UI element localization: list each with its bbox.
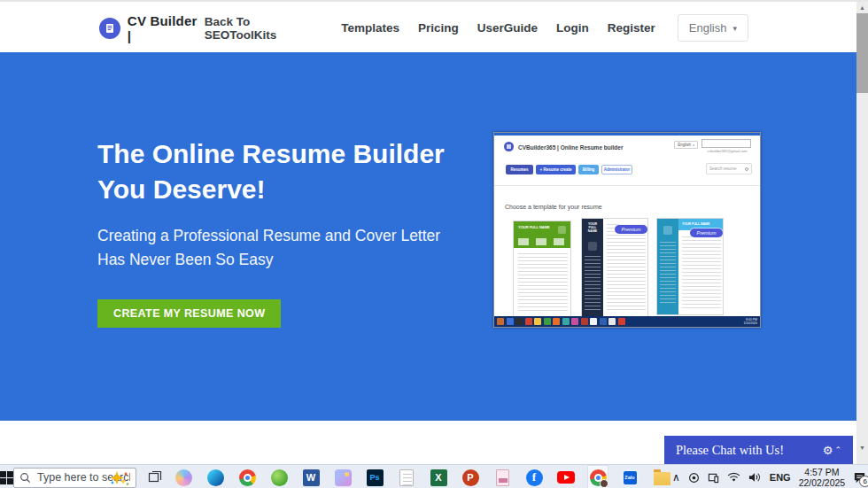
windows-logo-icon bbox=[0, 471, 13, 484]
template-body-lines bbox=[682, 236, 721, 309]
start-button[interactable] bbox=[0, 465, 13, 488]
screenshot-titlebar-strip bbox=[494, 133, 760, 136]
tray-date: 22/02/2025 bbox=[799, 477, 846, 488]
paint-3d-icon bbox=[335, 469, 352, 486]
nav-link-pricing[interactable]: Pricing bbox=[418, 21, 459, 35]
tray-time: 4:57 PM bbox=[804, 467, 839, 477]
chrome-icon bbox=[239, 469, 256, 486]
template-body-lines bbox=[607, 224, 646, 313]
page-scrollbar[interactable]: ▲ ▼ bbox=[856, 2, 868, 464]
template-header: YOUR FULL NAME bbox=[514, 221, 570, 248]
brand-name: CV Builder | bbox=[128, 13, 205, 43]
zalo-icon: Zalo bbox=[622, 469, 639, 486]
template-sidebar: YOUR FULL NAME bbox=[582, 219, 603, 316]
template-name: YOUR FULL NAME bbox=[682, 222, 723, 226]
screenshot-search-placeholder: Search resume bbox=[709, 167, 737, 171]
premium-badge: Premium bbox=[690, 229, 723, 237]
wifi-icon[interactable] bbox=[727, 472, 740, 483]
brand[interactable]: CV Builder | bbox=[99, 13, 205, 43]
template-sidebar-lines bbox=[660, 242, 676, 304]
template-name: YOUR FULL NAME bbox=[585, 222, 601, 233]
chevron-down-icon: ▾ bbox=[693, 143, 694, 147]
taskbar-app-green[interactable] bbox=[268, 465, 290, 488]
notification-center-button[interactable]: 6 bbox=[853, 471, 866, 484]
chevron-down-icon: ▾ bbox=[732, 24, 737, 33]
avatar bbox=[600, 479, 608, 488]
notification-count-badge: 6 bbox=[859, 476, 868, 487]
taskbar-app-photoshop[interactable]: Ps bbox=[364, 465, 385, 488]
premium-badge: Premium bbox=[615, 225, 647, 234]
screenshot-resumes-button: Resumes bbox=[506, 165, 533, 174]
taskbar-app-pdf[interactable] bbox=[492, 465, 513, 488]
taskbar-app-file-explorer[interactable] bbox=[651, 465, 672, 488]
taskbar-app-zalo[interactable]: Zalo bbox=[619, 465, 640, 488]
record-icon[interactable] bbox=[688, 472, 700, 484]
scroll-up-arrow[interactable]: ▲ bbox=[856, 2, 868, 13]
navbar: CV Builder | Back To SEOToolKits Templat… bbox=[0, 4, 856, 52]
taskbar-app-copilot[interactable] bbox=[173, 465, 194, 488]
powerpoint-icon: P bbox=[462, 469, 479, 486]
chat-controls[interactable]: ⚙ ⌃ bbox=[823, 444, 841, 457]
camera-icon bbox=[558, 226, 566, 234]
notepad-icon bbox=[399, 469, 414, 486]
taskbar-app-paint3d[interactable] bbox=[332, 465, 353, 488]
task-view-button[interactable] bbox=[148, 470, 162, 484]
taskbar-app-edge[interactable] bbox=[205, 465, 226, 488]
taskbar-clock[interactable]: 4:57 PM 22/02/2025 bbox=[799, 467, 846, 488]
windows-taskbar: W Ps X P f Zalo ∧ bbox=[0, 464, 868, 488]
taskbar-app-chrome-profile[interactable] bbox=[587, 465, 608, 488]
hero-title: The Online Resume Builder You Deserve! bbox=[97, 136, 445, 207]
hero-subtitle-line2: Has Never Been So Easy bbox=[97, 251, 273, 268]
template-sidebar bbox=[657, 219, 678, 314]
taskbar-search-box[interactable] bbox=[13, 468, 136, 488]
language-indicator[interactable]: ENG bbox=[770, 472, 791, 483]
app-screenshot-image: CVBuilder365 | Online Resume builder Eng… bbox=[493, 132, 761, 328]
hero-subtitle-line1: Creating a Professional Resume and Cover… bbox=[97, 227, 440, 244]
taskbar-app-excel[interactable]: X bbox=[428, 465, 449, 488]
screenshot-app-logo-icon bbox=[504, 142, 514, 151]
taskbar-apps: W Ps X P f Zalo bbox=[173, 465, 672, 488]
your-phone-icon[interactable] bbox=[708, 472, 719, 484]
chrome-profile-icon bbox=[590, 469, 607, 486]
volume-icon[interactable] bbox=[748, 472, 762, 483]
create-my-resume-now-button[interactable]: CREATE MY RESUME NOW bbox=[97, 299, 281, 328]
nav-link-userguide[interactable]: UserGuide bbox=[477, 21, 538, 35]
template-name: YOUR FULL NAME bbox=[518, 225, 550, 229]
hidden-icons-chevron[interactable]: ∧ bbox=[672, 471, 680, 484]
nav-link-templates[interactable]: Templates bbox=[341, 21, 399, 35]
screenshot-email-text: cvbuilder365@gmail.com bbox=[701, 149, 753, 153]
screenshot-email-input bbox=[701, 139, 751, 148]
screenshot-administrator-button: Administrator bbox=[601, 165, 632, 174]
screenshot-language-label: English bbox=[678, 143, 691, 147]
copilot-icon bbox=[175, 469, 192, 486]
taskbar-app-facebook[interactable]: f bbox=[523, 465, 545, 488]
screenshot-app-title: CVBuilder365 | Online Resume builder bbox=[518, 144, 624, 151]
camera-icon bbox=[663, 226, 672, 235]
chevron-up-icon: ⌃ bbox=[834, 445, 841, 454]
word-icon: W bbox=[303, 469, 320, 486]
taskbar-app-chrome[interactable] bbox=[236, 465, 258, 488]
screenshot-mini-taskbar: 8:00 PM 1/10/2020 bbox=[494, 316, 760, 327]
pdf-icon bbox=[496, 469, 509, 486]
copilot-sparkles-icon bbox=[109, 471, 130, 486]
template-body-lines bbox=[518, 253, 568, 314]
scrollbar-thumb[interactable] bbox=[856, 13, 868, 93]
screenshot-language-select: English ▾ bbox=[674, 141, 698, 149]
edge-icon bbox=[207, 469, 224, 486]
screenshot-billing-button: Billing bbox=[578, 165, 599, 174]
gear-icon[interactable]: ⚙ bbox=[823, 444, 833, 457]
nav-link-back-to-seotoolkits[interactable]: Back To SEOToolKits bbox=[205, 15, 322, 42]
nav-link-register[interactable]: Register bbox=[608, 21, 655, 35]
taskbar-app-powerpoint[interactable]: P bbox=[460, 465, 481, 488]
scroll-down-arrow[interactable]: ▼ bbox=[856, 442, 868, 453]
taskbar-app-notepad[interactable] bbox=[396, 465, 417, 488]
mini-clock: 8:00 PM 1/10/2020 bbox=[743, 318, 757, 325]
language-dropdown[interactable]: English ▾ bbox=[678, 14, 748, 42]
taskbar-app-word[interactable]: W bbox=[300, 465, 322, 488]
taskbar-app-youtube[interactable] bbox=[555, 465, 577, 488]
navbar-links: Back To SEOToolKits Templates Pricing Us… bbox=[205, 14, 748, 42]
chat-widget[interactable]: Please Chat with Us! ⚙ ⌃ bbox=[664, 436, 853, 464]
screen: CV Builder | Back To SEOToolKits Templat… bbox=[0, 0, 868, 488]
screenshot-template-green: YOUR FULL NAME bbox=[513, 221, 571, 318]
nav-link-login[interactable]: Login bbox=[556, 21, 589, 35]
